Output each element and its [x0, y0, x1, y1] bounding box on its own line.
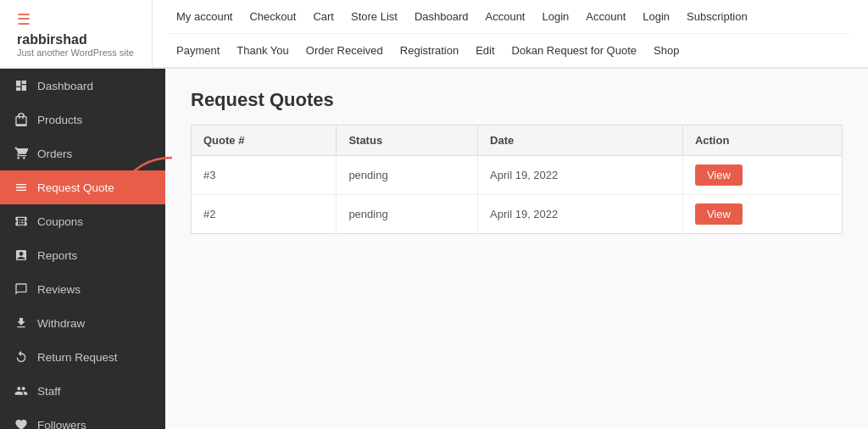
main-layout: Dashboard Products Orders Request Quote — [0, 69, 868, 429]
nav-account2[interactable]: Account — [579, 7, 632, 26]
sidebar-item-products[interactable]: Products — [0, 103, 165, 136]
nav-dashboard[interactable]: Dashboard — [408, 7, 476, 26]
table-row: #3 pending April 19, 2022 View — [192, 156, 843, 195]
quote-table: Quote # Status Date Action #3 pending Ap… — [191, 125, 843, 234]
cell-action: View — [682, 195, 842, 234]
nav-my-account[interactable]: My account — [170, 7, 239, 26]
sidebar-item-followers[interactable]: Followers — [0, 408, 165, 429]
sidebar-item-request-quote[interactable]: Request Quote — [0, 170, 165, 204]
main-content: Request Quotes Quote # Status Date Actio… — [165, 69, 868, 429]
reports-icon — [14, 248, 29, 263]
sidebar-item-orders[interactable]: Orders — [0, 136, 165, 170]
cell-quote-num: #3 — [192, 156, 337, 195]
top-nav: My account Checkout Cart Store List Dash… — [153, 0, 868, 68]
nav-payment[interactable]: Payment — [170, 41, 226, 60]
followers-icon — [14, 417, 29, 429]
site-branding: ☰ rabbirshad Just another WordPress site — [0, 0, 153, 68]
cell-date: April 19, 2022 — [478, 195, 683, 234]
cell-date: April 19, 2022 — [478, 156, 683, 195]
header: ☰ rabbirshad Just another WordPress site… — [0, 0, 868, 69]
cell-quote-num: #2 — [192, 195, 337, 234]
col-status: Status — [337, 125, 478, 156]
nav-edit[interactable]: Edit — [469, 41, 501, 60]
reviews-icon — [14, 281, 29, 297]
table-header-row: Quote # Status Date Action — [192, 125, 843, 156]
sidebar-label-products: Products — [37, 114, 82, 126]
products-icon — [14, 112, 29, 127]
cell-status: pending — [337, 195, 478, 234]
nav-thank-you[interactable]: Thank You — [230, 41, 295, 60]
table-row: #2 pending April 19, 2022 View — [192, 195, 843, 234]
col-quote-num: Quote # — [192, 125, 337, 156]
top-nav-row2: Payment Thank You Order Received Registr… — [170, 33, 851, 67]
withdraw-icon — [14, 315, 29, 331]
sidebar-item-staff[interactable]: Staff — [0, 374, 165, 408]
nav-login1[interactable]: Login — [535, 7, 576, 26]
top-nav-row1: My account Checkout Cart Store List Dash… — [170, 0, 851, 33]
quote-table-body: #3 pending April 19, 2022 View #2 pendin… — [192, 156, 843, 234]
sidebar-item-return-request[interactable]: Return Request — [0, 340, 165, 374]
site-title: rabbirshad — [17, 32, 135, 47]
nav-cart[interactable]: Cart — [306, 7, 341, 26]
view-button-1[interactable]: View — [695, 203, 743, 225]
nav-dokan-request[interactable]: Dokan Request for Quote — [505, 41, 643, 60]
sidebar-item-coupons[interactable]: Coupons — [0, 204, 165, 238]
sidebar-item-reports[interactable]: Reports — [0, 238, 165, 272]
col-date: Date — [478, 125, 683, 156]
nav-checkout[interactable]: Checkout — [242, 7, 303, 26]
cell-action: View — [682, 156, 842, 195]
sidebar-label-return-request: Return Request — [37, 351, 118, 364]
sidebar-item-reviews[interactable]: Reviews — [0, 272, 165, 306]
nav-registration[interactable]: Registration — [393, 41, 465, 60]
hamburger-icon[interactable]: ☰ — [17, 10, 135, 29]
sidebar-label-request-quote: Request Quote — [37, 181, 114, 194]
sidebar-label-orders: Orders — [37, 148, 72, 160]
orders-icon — [14, 146, 29, 161]
cell-status: pending — [337, 156, 478, 195]
dashboard-icon — [14, 78, 29, 93]
col-action: Action — [682, 125, 842, 156]
nav-account1[interactable]: Account — [479, 7, 532, 26]
request-quote-icon — [14, 180, 29, 195]
nav-container: My account Checkout Cart Store List Dash… — [153, 0, 868, 68]
nav-store-list[interactable]: Store List — [344, 7, 404, 26]
nav-shop[interactable]: Shop — [647, 41, 686, 60]
sidebar-label-dashboard: Dashboard — [37, 80, 93, 92]
nav-subscription[interactable]: Subscription — [680, 7, 754, 26]
return-request-icon — [14, 349, 29, 365]
page-title: Request Quotes — [191, 89, 843, 111]
sidebar-label-reviews: Reviews — [37, 283, 81, 296]
sidebar-item-dashboard[interactable]: Dashboard — [0, 69, 165, 103]
sidebar-label-withdraw: Withdraw — [37, 317, 85, 330]
sidebar-item-withdraw[interactable]: Withdraw — [0, 306, 165, 340]
view-button-0[interactable]: View — [695, 164, 743, 186]
sidebar-label-coupons: Coupons — [37, 215, 83, 228]
sidebar: Dashboard Products Orders Request Quote — [0, 69, 165, 429]
nav-order-received[interactable]: Order Received — [299, 41, 390, 60]
coupons-icon — [14, 214, 29, 229]
site-tagline: Just another WordPress site — [17, 47, 135, 58]
nav-login2[interactable]: Login — [636, 7, 676, 26]
sidebar-label-staff: Staff — [37, 385, 61, 398]
staff-icon — [14, 383, 29, 398]
sidebar-label-reports: Reports — [37, 249, 77, 262]
sidebar-label-followers: Followers — [37, 419, 86, 430]
